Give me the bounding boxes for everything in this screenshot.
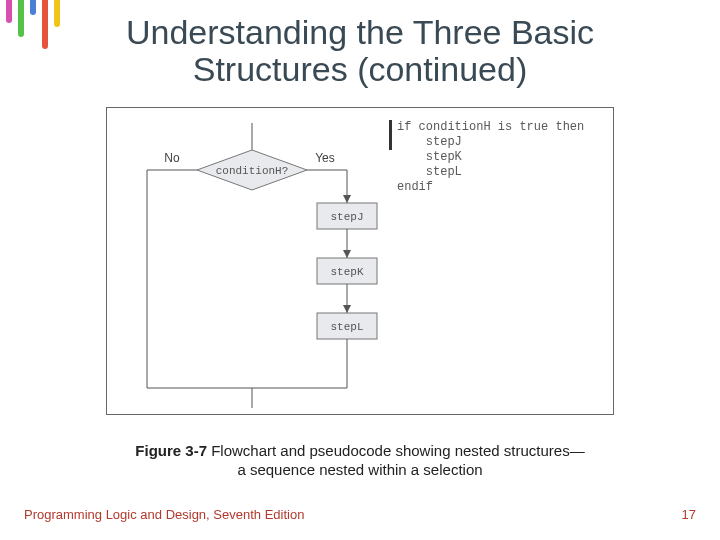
svg-marker-5 xyxy=(343,195,351,203)
stepj-label: stepJ xyxy=(330,211,363,223)
footer-page-number: 17 xyxy=(682,507,696,522)
pseudo-line-2: stepJ xyxy=(397,135,462,149)
stepk-label: stepK xyxy=(330,266,363,278)
footer-book-title: Programming Logic and Design, Seventh Ed… xyxy=(24,507,304,522)
svg-marker-9 xyxy=(343,305,351,313)
pseudo-line-3: stepK xyxy=(397,150,462,164)
slide-title: Understanding the Three Basic Structures… xyxy=(0,0,720,97)
svg-marker-7 xyxy=(343,250,351,258)
stepl-label: stepL xyxy=(330,321,363,333)
title-line2: Structures (continued) xyxy=(193,50,528,88)
yes-label: Yes xyxy=(315,151,335,165)
caption-line1: Flowchart and pseudocode showing nested … xyxy=(207,442,585,459)
slide-footer: Programming Logic and Design, Seventh Ed… xyxy=(24,507,696,522)
caption-lead: Figure 3-7 xyxy=(135,442,207,459)
figure-3-7: conditionH? No Yes stepJ stepK stepL if … xyxy=(106,107,614,415)
text-cursor-icon xyxy=(389,120,392,150)
pseudo-line-5: endif xyxy=(397,180,433,194)
figure-caption: Figure 3-7 Flowchart and pseudocode show… xyxy=(0,441,720,480)
pseudo-line-1: if conditionH is true then xyxy=(397,120,584,134)
title-line1: Understanding the Three Basic xyxy=(126,13,594,51)
decision-label: conditionH? xyxy=(216,165,289,177)
pseudocode-block: if conditionH is true then stepJ stepK s… xyxy=(397,120,584,195)
pseudo-line-4: stepL xyxy=(397,165,462,179)
caption-line2: a sequence nested within a selection xyxy=(237,461,482,478)
no-label: No xyxy=(164,151,180,165)
